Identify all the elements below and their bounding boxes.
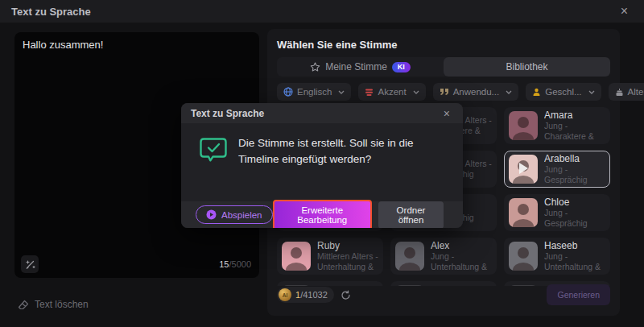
voice-desc: Jung - Unterhaltung & ... bbox=[544, 251, 605, 272]
age-icon bbox=[615, 88, 624, 97]
window-close-icon[interactable]: × bbox=[616, 3, 633, 19]
open-folder-button[interactable]: Ordner öffnen bbox=[378, 201, 444, 229]
chevron-down-icon bbox=[413, 90, 419, 94]
char-limit: /5000 bbox=[229, 259, 251, 269]
voice-desc: Jung - Unterhaltung & ... bbox=[431, 251, 492, 272]
credits-total: /41032 bbox=[300, 290, 328, 300]
voice-desc: Jung - Charaktere & Animation bbox=[544, 121, 605, 142]
dialog-message: Die Stimme ist erstellt. Soll sie in die… bbox=[238, 135, 445, 168]
filter-gender[interactable]: Geschl... bbox=[526, 83, 601, 101]
play-button-label: Abspielen bbox=[221, 210, 262, 220]
advanced-edit-button[interactable]: Erweiterte Bearbeitung bbox=[273, 200, 373, 229]
voice-card[interactable]: Chloe Jung - Gesprächig bbox=[504, 194, 610, 231]
accent-icon bbox=[365, 88, 374, 97]
voice-card[interactable]: Ruby Mittleren Alters - Unterhaltung & .… bbox=[277, 238, 383, 275]
gender-icon bbox=[532, 88, 541, 97]
voice-panel-heading: Wählen Sie eine Stimme bbox=[277, 39, 610, 51]
generate-button[interactable]: Generieren bbox=[547, 284, 610, 305]
text-to-speech-window: Text zu Sprache × Hallo zusammen! 15/500… bbox=[0, 0, 644, 327]
play-overlay-icon bbox=[519, 163, 528, 174]
voice-meta: Alex Jung - Unterhaltung & ... bbox=[431, 240, 492, 272]
globe-icon bbox=[283, 87, 293, 97]
filter-gender-label: Geschl... bbox=[545, 87, 581, 97]
eraser-icon bbox=[18, 300, 29, 310]
clear-text-label: Text löschen bbox=[35, 299, 89, 310]
voice-name: Ruby bbox=[317, 240, 378, 251]
voice-avatar bbox=[509, 155, 538, 184]
filter-age-label: Alter bbox=[628, 87, 644, 97]
dialog-close-icon[interactable]: × bbox=[440, 107, 453, 120]
filter-usage[interactable]: Anwendu... bbox=[433, 83, 519, 101]
tab-library-label: Bibliothek bbox=[506, 61, 547, 72]
voice-meta: Ruby Mittleren Alters - Unterhaltung & .… bbox=[317, 240, 378, 272]
voice-name: Alex bbox=[431, 240, 492, 251]
voice-meta: Arabella Jung - Gesprächig bbox=[544, 153, 605, 185]
filter-accent-label: Akzent bbox=[378, 87, 406, 97]
confirmation-dialog: Text zu Sprache × Die Stimme ist erstell… bbox=[181, 103, 463, 228]
filter-language[interactable]: Englisch bbox=[277, 83, 351, 101]
voice-name: Chloe bbox=[544, 197, 605, 208]
credits-pill: AI 1/41032 bbox=[277, 287, 334, 303]
filter-usage-label: Anwendu... bbox=[453, 87, 500, 97]
char-count: 15 bbox=[219, 259, 229, 269]
voice-desc: Mittleren Alters - Unterhaltung & ... bbox=[317, 251, 378, 272]
play-button[interactable]: Abspielen bbox=[196, 205, 273, 224]
open-folder-label: Ordner öffnen bbox=[387, 205, 435, 225]
panel-bottom-bar: AI 1/41032 Generieren bbox=[277, 284, 610, 306]
voice-name: Arabella bbox=[544, 153, 605, 164]
voice-card[interactable]: Alex Jung - Unterhaltung & ... bbox=[390, 238, 497, 275]
voice-avatar bbox=[509, 111, 538, 140]
voice-card[interactable]: Haseeb Jung - Unterhaltung & ... bbox=[504, 238, 610, 275]
chevron-down-icon bbox=[338, 90, 345, 94]
quotes-icon bbox=[440, 88, 449, 96]
tab-my-voice-label: Meine Stimme bbox=[325, 61, 387, 72]
voice-name: Haseeb bbox=[544, 240, 605, 251]
tab-library[interactable]: Bibliothek bbox=[444, 57, 610, 77]
refresh-icon[interactable] bbox=[341, 290, 351, 300]
advanced-edit-label: Erweiterte Bearbeitung bbox=[283, 205, 362, 225]
filter-accent[interactable]: Akzent bbox=[358, 83, 425, 101]
chevron-down-icon bbox=[506, 90, 512, 94]
window-title: Text zu Sprache bbox=[11, 6, 91, 18]
voice-desc: Jung - Gesprächig bbox=[544, 164, 605, 185]
voice-tabs: Meine Stimme KI Bibliothek bbox=[277, 57, 610, 77]
star-icon bbox=[310, 62, 320, 72]
dialog-title: Text zu Sprache bbox=[191, 108, 264, 119]
magic-pen-icon[interactable] bbox=[21, 255, 39, 273]
voice-name: Amara bbox=[544, 110, 605, 121]
tab-my-voice[interactable]: Meine Stimme KI bbox=[277, 57, 444, 77]
voice-meta: Haseeb Jung - Unterhaltung & ... bbox=[544, 240, 605, 272]
play-circle-icon bbox=[206, 209, 217, 220]
titlebar: Text zu Sprache × bbox=[0, 0, 644, 23]
voice-avatar bbox=[509, 198, 538, 227]
char-counter: 15/5000 bbox=[219, 259, 251, 269]
voice-card[interactable]: Arabella Jung - Gesprächig bbox=[504, 151, 610, 188]
voice-avatar bbox=[282, 242, 311, 271]
ki-badge: KI bbox=[392, 62, 411, 72]
voice-avatar bbox=[509, 242, 538, 271]
filter-language-label: Englisch bbox=[297, 87, 332, 97]
voice-filters: Englisch Akzent Anwendu... bbox=[277, 83, 610, 101]
coin-icon: AI bbox=[279, 288, 291, 301]
chevron-down-icon bbox=[588, 90, 595, 94]
voice-card[interactable]: Amara Jung - Charaktere & Animation bbox=[504, 107, 610, 144]
filter-age[interactable]: Alter bbox=[609, 83, 644, 101]
voice-desc: Jung - Gesprächig bbox=[544, 208, 605, 229]
voice-meta: Chloe Jung - Gesprächig bbox=[544, 197, 605, 229]
dialog-body: Die Stimme ist erstellt. Soll sie in die… bbox=[181, 123, 463, 168]
voice-avatar bbox=[395, 242, 424, 271]
dialog-footer: Abspielen Erweiterte Bearbeitung Ordner … bbox=[181, 201, 463, 228]
voice-meta: Amara Jung - Charaktere & Animation bbox=[544, 110, 605, 142]
editor-text: Hallo zusammen! bbox=[23, 39, 251, 51]
editor-bottom-bar: 15/5000 bbox=[21, 255, 251, 273]
success-check-icon bbox=[199, 135, 228, 164]
clear-text-button[interactable]: Text löschen bbox=[18, 299, 89, 310]
dialog-header: Text zu Sprache × bbox=[181, 103, 463, 123]
